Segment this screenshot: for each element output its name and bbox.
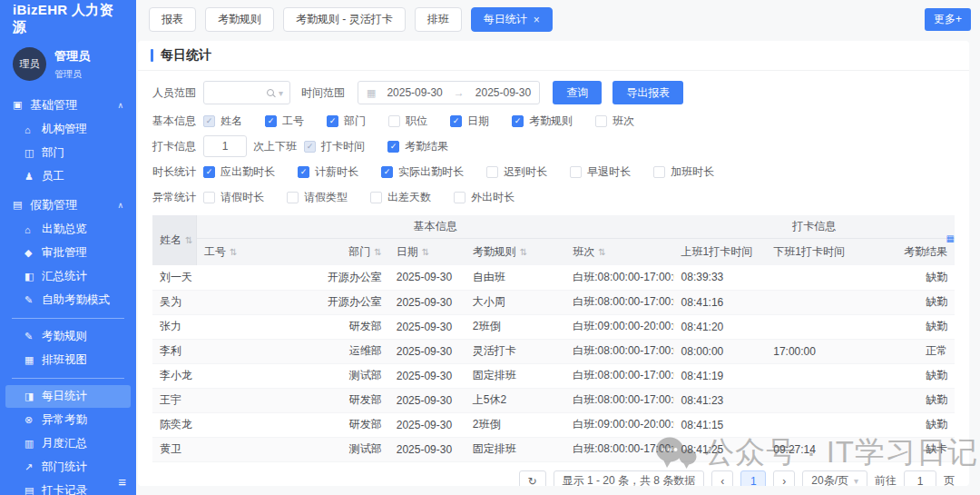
column-header[interactable]: 考勤结果	[862, 238, 955, 265]
table-row[interactable]: 王宇研发部2025-09-30上5休2白班:08:00:00-17:00:000…	[152, 388, 955, 412]
table-row[interactable]: 刘一天开源办公室2025-09-30自由班白班:08:00:00-17:00:0…	[152, 265, 955, 290]
checkbox[interactable]	[454, 192, 466, 203]
export-report-button[interactable]: 导出报表	[612, 81, 683, 104]
column-header[interactable]: 班次⇅	[565, 238, 673, 265]
column-option[interactable]: 加班时长	[653, 164, 714, 180]
tab[interactable]: 排班	[415, 7, 462, 32]
sort-icon[interactable]: ⇅	[598, 247, 605, 257]
column-option[interactable]: 迟到时长	[486, 164, 547, 180]
tab[interactable]: 考勤规则	[205, 7, 274, 32]
goto-page-input[interactable]	[904, 470, 936, 487]
column-option[interactable]: 请假时长	[203, 190, 264, 205]
next-page-button[interactable]: ›	[773, 470, 795, 487]
sidebar-item[interactable]: ◆审批管理	[5, 242, 131, 264]
more-button[interactable]: 更多+	[925, 8, 971, 31]
checkbox[interactable]	[388, 115, 400, 127]
checkbox[interactable]	[203, 192, 215, 203]
column-option[interactable]: 早退时长	[570, 164, 631, 180]
search-button[interactable]: 查询	[553, 81, 602, 104]
column-header[interactable]: 下班1打卡时间	[766, 238, 862, 265]
checkbox[interactable]: ✓	[327, 115, 338, 127]
sidebar-item[interactable]: ✎自助考勤模式	[5, 289, 131, 312]
checkbox-label: 加班时长	[671, 164, 714, 180]
table-row[interactable]: 李小龙测试部2025-09-30固定排班白班:08:00:00-17:00:00…	[152, 363, 955, 388]
table-row[interactable]: 张力研发部2025-09-302班倒白班:09:00:00-20:00:0008…	[152, 314, 955, 339]
column-option[interactable]: ✓打卡时间	[304, 139, 365, 154]
column-header[interactable]: 考勤规则⇅	[466, 238, 566, 265]
punch-count-input[interactable]	[203, 135, 247, 157]
sidebar-item[interactable]: ⌂机构管理	[5, 118, 131, 141]
column-settings-icon[interactable]: ▦	[946, 233, 955, 243]
column-header[interactable]: 日期⇅	[389, 238, 466, 265]
checkbox[interactable]	[370, 192, 382, 203]
column-option[interactable]: 职位	[388, 114, 427, 129]
column-option[interactable]: ✓部门	[327, 114, 366, 129]
checkbox[interactable]: ✓	[387, 141, 399, 153]
column-option[interactable]: 班次	[595, 114, 634, 129]
column-option[interactable]: 出差天数	[370, 190, 431, 205]
checkbox[interactable]	[486, 166, 498, 178]
column-option[interactable]: ✓计薪时长	[298, 164, 358, 180]
column-header[interactable]: 部门⇅	[317, 238, 389, 265]
sort-icon[interactable]: ⇅	[374, 247, 381, 257]
tab[interactable]: 考勤规则 - 灵活打卡	[283, 7, 406, 32]
table-row[interactable]: 吴为开源办公室2025-09-30大小周白班:08:00:00-17:00:00…	[152, 290, 955, 314]
page-size-select[interactable]: 20条/页 ▾	[802, 470, 867, 487]
column-option[interactable]: ✓应出勤时长	[203, 164, 275, 180]
close-icon[interactable]: ×	[534, 14, 540, 26]
table-row[interactable]: 李利运维部2025-09-30灵活打卡白班:08:00:00-17:00:000…	[152, 339, 955, 363]
checkbox[interactable]	[653, 166, 665, 178]
checkbox[interactable]: ✓	[203, 166, 215, 178]
column-header-name[interactable]: 姓名⇅	[152, 215, 197, 265]
sidebar-item[interactable]: ✎考勤规则	[5, 325, 131, 348]
sidebar-item[interactable]: ↗部门统计	[5, 456, 131, 479]
sidebar-item[interactable]: ▦排班视图	[5, 349, 131, 371]
checkbox[interactable]: ✓	[381, 166, 393, 178]
tab[interactable]: 每日统计×	[471, 7, 553, 32]
sidebar-section-header[interactable]: ▣基础管理∧	[0, 93, 136, 117]
table-row[interactable]: 黄卫测试部2025-09-30固定排班白班:08:00:00-17:00:000…	[152, 437, 955, 461]
date-to-value[interactable]: 2025-09-30	[475, 86, 531, 99]
sort-icon[interactable]: ⇅	[422, 247, 429, 257]
checkbox[interactable]: ✓	[298, 166, 309, 178]
sort-icon[interactable]: ⇅	[230, 247, 237, 257]
sidebar-item[interactable]: ⌂出勤总览	[5, 218, 131, 241]
sidebar-item[interactable]: ◫部门	[5, 142, 131, 164]
column-option[interactable]: ✓考勤规则	[512, 114, 573, 129]
sidebar-item[interactable]: ▥月度汇总	[5, 432, 131, 455]
column-option[interactable]: 请假类型	[287, 190, 348, 205]
date-from-value[interactable]: 2025-09-30	[387, 86, 442, 99]
checkbox[interactable]	[287, 192, 299, 203]
collapse-sidebar-icon[interactable]: ≡	[118, 474, 126, 490]
sort-icon[interactable]: ⇅	[520, 247, 527, 257]
date-range-input[interactable]: ▦ 2025-09-30 → 2025-09-30	[358, 81, 540, 104]
sidebar-item[interactable]: ⊗异常考勤	[5, 409, 131, 431]
table-row[interactable]: 陈奕龙研发部2025-09-302班倒白班:09:00:00-20:00:000…	[152, 412, 955, 437]
column-header[interactable]: 上班1打卡时间	[674, 238, 767, 265]
column-option[interactable]: ✓考勤结果	[387, 139, 448, 154]
column-option[interactable]: ✓日期	[450, 114, 489, 129]
sidebar-item[interactable]: ◨每日统计	[5, 385, 131, 408]
table-cell: 08:41:25	[674, 437, 767, 461]
checkbox[interactable]: ✓	[512, 115, 524, 127]
sidebar-item[interactable]: ◧汇总统计	[5, 265, 131, 288]
column-option[interactable]: ✓工号	[265, 114, 304, 129]
sort-icon[interactable]: ⇅	[185, 235, 192, 245]
column-option[interactable]: ✓实际出勤时长	[381, 164, 464, 180]
person-scope-select[interactable]: ▾	[203, 81, 290, 104]
column-option[interactable]: 外出时长	[454, 190, 514, 205]
checkbox[interactable]: ✓	[450, 115, 462, 127]
user-profile[interactable]: 理员 管理员 管理员	[0, 38, 136, 88]
sidebar-section-header[interactable]: ▤假勤管理∧	[0, 193, 136, 217]
checkbox[interactable]	[570, 166, 582, 178]
current-page-button[interactable]: 1	[740, 470, 766, 487]
prev-page-button[interactable]: ‹	[711, 470, 733, 487]
checkbox[interactable]	[595, 115, 607, 127]
refresh-button[interactable]: ↻	[519, 470, 546, 487]
column-header[interactable]: 工号⇅	[197, 238, 318, 265]
tab[interactable]: 报表	[149, 7, 196, 32]
column-option[interactable]: ✓姓名	[203, 114, 242, 129]
sidebar-item[interactable]: ♟员工	[5, 165, 131, 188]
sidebar-item[interactable]: ▤打卡记录	[5, 480, 131, 495]
checkbox[interactable]: ✓	[265, 115, 277, 127]
